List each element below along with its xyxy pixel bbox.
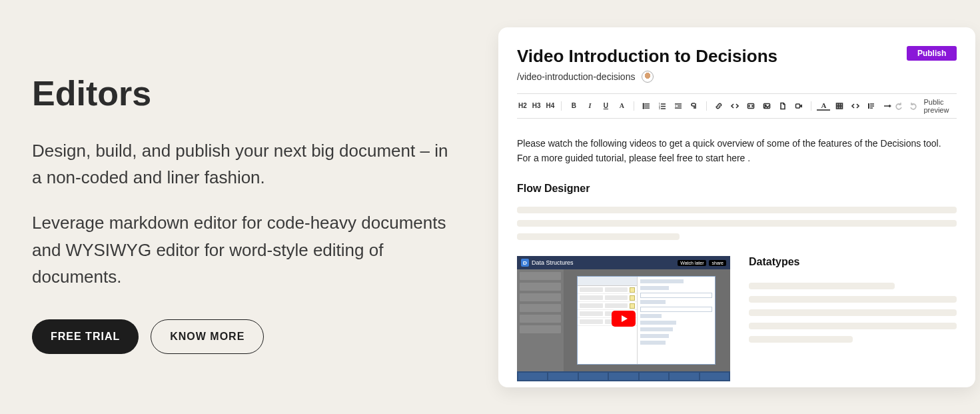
- editor-preview-card-container: Video Introduction to Decisions Publish …: [498, 27, 975, 387]
- table-icon[interactable]: [833, 100, 846, 112]
- svg-rect-20: [837, 103, 843, 109]
- file-icon[interactable]: [776, 100, 789, 112]
- link-icon[interactable]: [712, 100, 726, 112]
- heading-h3-button[interactable]: H3: [531, 100, 542, 112]
- svg-point-4: [644, 107, 645, 109]
- svg-rect-18: [796, 104, 800, 108]
- section-heading-datatypes: Datatypes: [749, 256, 957, 268]
- video-top-bar: D Data Structures Watch later share: [517, 256, 730, 269]
- video-bottom-tabs: [517, 371, 730, 381]
- hero-paragraph-2: Leverage markdown editor for code-heavy …: [32, 209, 458, 290]
- toolbar-separator: [706, 101, 707, 111]
- hero-title: Editors: [32, 73, 458, 113]
- placeholder-content: [517, 207, 957, 240]
- toolbar-separator: [811, 101, 811, 111]
- placeholder-content: [749, 283, 957, 343]
- video-provider-badge: D: [521, 259, 529, 267]
- section-heading-flow-designer: Flow Designer: [517, 183, 957, 195]
- redo-icon[interactable]: [909, 100, 918, 112]
- document-title: Video Introduction to Decisions: [517, 46, 777, 67]
- publish-button[interactable]: Publish: [907, 46, 957, 61]
- font-style-button[interactable]: A: [615, 100, 628, 112]
- heading-h2-button[interactable]: H2: [517, 100, 528, 112]
- unordered-list-icon[interactable]: [640, 100, 653, 112]
- video-icon[interactable]: [792, 100, 805, 112]
- embed-icon[interactable]: [744, 100, 757, 112]
- heading-h4-button[interactable]: H4: [545, 100, 556, 112]
- document-body-text[interactable]: Please watch the following videos to get…: [517, 136, 957, 166]
- hero-paragraph-1: Design, build, and publish your next big…: [32, 137, 458, 191]
- underline-button[interactable]: U: [599, 100, 612, 112]
- author-avatar[interactable]: [642, 71, 654, 83]
- svg-text:3: 3: [659, 107, 660, 110]
- play-icon[interactable]: [612, 311, 636, 327]
- video-title: Data Structures: [532, 259, 574, 266]
- video-app-window: [577, 276, 716, 365]
- know-more-button[interactable]: KNOW MORE: [151, 319, 264, 354]
- toolbar-separator: [561, 101, 562, 111]
- public-preview-link[interactable]: Public preview: [923, 98, 957, 114]
- watch-later-badge: Watch later: [678, 260, 706, 266]
- svg-point-0: [644, 103, 645, 105]
- hero-cta-group: FREE TRIAL KNOW MORE: [32, 319, 458, 354]
- quote-icon[interactable]: [865, 100, 878, 112]
- bold-button[interactable]: B: [567, 100, 580, 112]
- divider-icon[interactable]: [881, 100, 894, 112]
- outdent-icon[interactable]: [672, 100, 685, 112]
- svg-point-2: [644, 105, 645, 107]
- share-badge: share: [709, 260, 726, 266]
- free-trial-button[interactable]: FREE TRIAL: [32, 319, 139, 354]
- code-block-icon[interactable]: [849, 100, 862, 112]
- document-slug: /video-introduction-decisions: [517, 71, 635, 82]
- hero-copy: Editors Design, build, and publish your …: [32, 60, 458, 354]
- undo-icon[interactable]: [894, 100, 903, 112]
- video-thumbnail[interactable]: D Data Structures Watch later share: [517, 256, 730, 381]
- text-color-button[interactable]: A: [817, 101, 830, 111]
- toolbar-separator: [634, 101, 634, 111]
- image-icon[interactable]: [760, 100, 773, 112]
- editor-card: Video Introduction to Decisions Publish …: [498, 27, 975, 387]
- italic-button[interactable]: I: [583, 100, 596, 112]
- paragraph-icon[interactable]: [688, 100, 701, 112]
- svg-marker-19: [800, 104, 802, 107]
- code-icon[interactable]: [728, 100, 741, 112]
- editor-toolbar: H2 H3 H4 B I U A 123: [517, 93, 957, 119]
- video-ui-sidebar: [517, 269, 564, 371]
- ordered-list-icon[interactable]: 123: [656, 100, 669, 112]
